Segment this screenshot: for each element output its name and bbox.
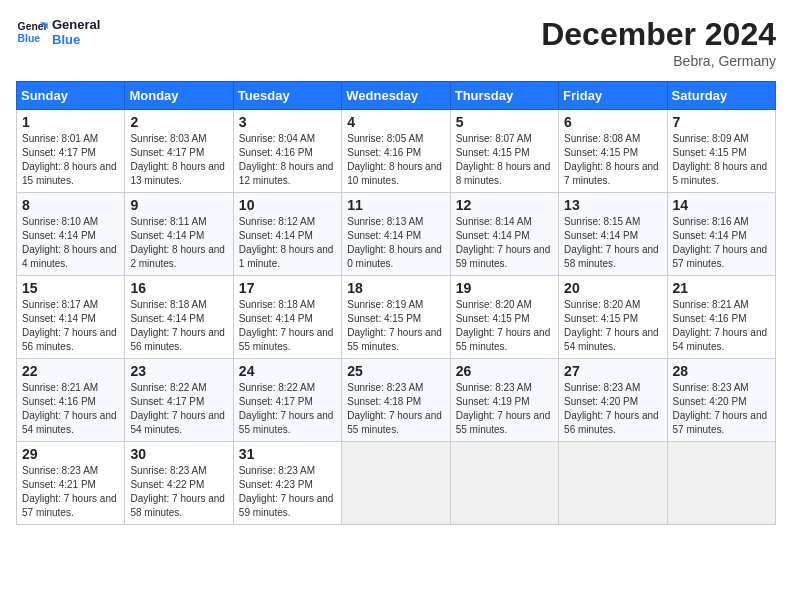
day-info: Sunrise: 8:14 AMSunset: 4:14 PMDaylight:…	[456, 215, 553, 271]
calendar-cell: 18Sunrise: 8:19 AMSunset: 4:15 PMDayligh…	[342, 276, 450, 359]
day-info: Sunrise: 8:10 AMSunset: 4:14 PMDaylight:…	[22, 215, 119, 271]
day-info: Sunrise: 8:17 AMSunset: 4:14 PMDaylight:…	[22, 298, 119, 354]
calendar-cell: 15Sunrise: 8:17 AMSunset: 4:14 PMDayligh…	[17, 276, 125, 359]
day-info: Sunrise: 8:18 AMSunset: 4:14 PMDaylight:…	[239, 298, 336, 354]
calendar-cell: 25Sunrise: 8:23 AMSunset: 4:18 PMDayligh…	[342, 359, 450, 442]
day-info: Sunrise: 8:23 AMSunset: 4:20 PMDaylight:…	[564, 381, 661, 437]
calendar-week-row: 15Sunrise: 8:17 AMSunset: 4:14 PMDayligh…	[17, 276, 776, 359]
logo-icon: General Blue	[16, 16, 48, 48]
day-info: Sunrise: 8:19 AMSunset: 4:15 PMDaylight:…	[347, 298, 444, 354]
day-info: Sunrise: 8:05 AMSunset: 4:16 PMDaylight:…	[347, 132, 444, 188]
day-number: 8	[22, 197, 119, 213]
day-number: 28	[673, 363, 770, 379]
weekday-header-friday: Friday	[559, 82, 667, 110]
calendar-cell: 29Sunrise: 8:23 AMSunset: 4:21 PMDayligh…	[17, 442, 125, 525]
calendar-cell: 5Sunrise: 8:07 AMSunset: 4:15 PMDaylight…	[450, 110, 558, 193]
day-number: 4	[347, 114, 444, 130]
day-number: 27	[564, 363, 661, 379]
calendar-cell: 6Sunrise: 8:08 AMSunset: 4:15 PMDaylight…	[559, 110, 667, 193]
day-number: 25	[347, 363, 444, 379]
calendar-cell: 11Sunrise: 8:13 AMSunset: 4:14 PMDayligh…	[342, 193, 450, 276]
day-info: Sunrise: 8:21 AMSunset: 4:16 PMDaylight:…	[22, 381, 119, 437]
day-info: Sunrise: 8:22 AMSunset: 4:17 PMDaylight:…	[130, 381, 227, 437]
day-info: Sunrise: 8:01 AMSunset: 4:17 PMDaylight:…	[22, 132, 119, 188]
title-block: December 2024 Bebra, Germany	[541, 16, 776, 69]
day-number: 9	[130, 197, 227, 213]
calendar-cell: 4Sunrise: 8:05 AMSunset: 4:16 PMDaylight…	[342, 110, 450, 193]
day-info: Sunrise: 8:04 AMSunset: 4:16 PMDaylight:…	[239, 132, 336, 188]
day-info: Sunrise: 8:16 AMSunset: 4:14 PMDaylight:…	[673, 215, 770, 271]
weekday-header-monday: Monday	[125, 82, 233, 110]
calendar-cell	[342, 442, 450, 525]
logo: General Blue General Blue	[16, 16, 100, 48]
day-number: 6	[564, 114, 661, 130]
day-info: Sunrise: 8:21 AMSunset: 4:16 PMDaylight:…	[673, 298, 770, 354]
day-number: 16	[130, 280, 227, 296]
day-number: 22	[22, 363, 119, 379]
day-number: 26	[456, 363, 553, 379]
calendar-cell: 27Sunrise: 8:23 AMSunset: 4:20 PMDayligh…	[559, 359, 667, 442]
day-number: 24	[239, 363, 336, 379]
calendar-cell: 22Sunrise: 8:21 AMSunset: 4:16 PMDayligh…	[17, 359, 125, 442]
calendar-cell: 14Sunrise: 8:16 AMSunset: 4:14 PMDayligh…	[667, 193, 775, 276]
calendar-cell: 20Sunrise: 8:20 AMSunset: 4:15 PMDayligh…	[559, 276, 667, 359]
weekday-header-tuesday: Tuesday	[233, 82, 341, 110]
calendar-week-row: 29Sunrise: 8:23 AMSunset: 4:21 PMDayligh…	[17, 442, 776, 525]
day-number: 11	[347, 197, 444, 213]
day-number: 20	[564, 280, 661, 296]
calendar-cell: 7Sunrise: 8:09 AMSunset: 4:15 PMDaylight…	[667, 110, 775, 193]
day-number: 14	[673, 197, 770, 213]
logo-text-general: General	[52, 17, 100, 32]
day-number: 7	[673, 114, 770, 130]
day-number: 23	[130, 363, 227, 379]
day-info: Sunrise: 8:23 AMSunset: 4:22 PMDaylight:…	[130, 464, 227, 520]
calendar-cell: 19Sunrise: 8:20 AMSunset: 4:15 PMDayligh…	[450, 276, 558, 359]
page-header: General Blue General Blue December 2024 …	[16, 16, 776, 69]
calendar-cell: 2Sunrise: 8:03 AMSunset: 4:17 PMDaylight…	[125, 110, 233, 193]
calendar-cell: 30Sunrise: 8:23 AMSunset: 4:22 PMDayligh…	[125, 442, 233, 525]
weekday-header-thursday: Thursday	[450, 82, 558, 110]
calendar-week-row: 1Sunrise: 8:01 AMSunset: 4:17 PMDaylight…	[17, 110, 776, 193]
day-info: Sunrise: 8:11 AMSunset: 4:14 PMDaylight:…	[130, 215, 227, 271]
day-number: 10	[239, 197, 336, 213]
day-number: 12	[456, 197, 553, 213]
weekday-header-sunday: Sunday	[17, 82, 125, 110]
calendar-cell	[450, 442, 558, 525]
day-number: 30	[130, 446, 227, 462]
day-number: 31	[239, 446, 336, 462]
day-info: Sunrise: 8:13 AMSunset: 4:14 PMDaylight:…	[347, 215, 444, 271]
day-info: Sunrise: 8:22 AMSunset: 4:17 PMDaylight:…	[239, 381, 336, 437]
day-number: 2	[130, 114, 227, 130]
day-info: Sunrise: 8:23 AMSunset: 4:20 PMDaylight:…	[673, 381, 770, 437]
calendar-cell: 12Sunrise: 8:14 AMSunset: 4:14 PMDayligh…	[450, 193, 558, 276]
logo-text-blue: Blue	[52, 32, 100, 47]
calendar-cell: 3Sunrise: 8:04 AMSunset: 4:16 PMDaylight…	[233, 110, 341, 193]
day-info: Sunrise: 8:08 AMSunset: 4:15 PMDaylight:…	[564, 132, 661, 188]
day-info: Sunrise: 8:20 AMSunset: 4:15 PMDaylight:…	[564, 298, 661, 354]
calendar-cell: 8Sunrise: 8:10 AMSunset: 4:14 PMDaylight…	[17, 193, 125, 276]
calendar-cell: 21Sunrise: 8:21 AMSunset: 4:16 PMDayligh…	[667, 276, 775, 359]
day-info: Sunrise: 8:23 AMSunset: 4:18 PMDaylight:…	[347, 381, 444, 437]
day-info: Sunrise: 8:20 AMSunset: 4:15 PMDaylight:…	[456, 298, 553, 354]
day-number: 18	[347, 280, 444, 296]
calendar-cell: 23Sunrise: 8:22 AMSunset: 4:17 PMDayligh…	[125, 359, 233, 442]
day-number: 19	[456, 280, 553, 296]
day-number: 5	[456, 114, 553, 130]
calendar-week-row: 8Sunrise: 8:10 AMSunset: 4:14 PMDaylight…	[17, 193, 776, 276]
weekday-header-saturday: Saturday	[667, 82, 775, 110]
calendar-cell	[559, 442, 667, 525]
day-info: Sunrise: 8:18 AMSunset: 4:14 PMDaylight:…	[130, 298, 227, 354]
day-number: 13	[564, 197, 661, 213]
calendar-cell	[667, 442, 775, 525]
day-number: 1	[22, 114, 119, 130]
calendar-table: SundayMondayTuesdayWednesdayThursdayFrid…	[16, 81, 776, 525]
month-year-title: December 2024	[541, 16, 776, 53]
day-info: Sunrise: 8:23 AMSunset: 4:21 PMDaylight:…	[22, 464, 119, 520]
calendar-cell: 31Sunrise: 8:23 AMSunset: 4:23 PMDayligh…	[233, 442, 341, 525]
day-number: 21	[673, 280, 770, 296]
day-number: 15	[22, 280, 119, 296]
day-info: Sunrise: 8:12 AMSunset: 4:14 PMDaylight:…	[239, 215, 336, 271]
weekday-header-wednesday: Wednesday	[342, 82, 450, 110]
day-info: Sunrise: 8:15 AMSunset: 4:14 PMDaylight:…	[564, 215, 661, 271]
calendar-week-row: 22Sunrise: 8:21 AMSunset: 4:16 PMDayligh…	[17, 359, 776, 442]
